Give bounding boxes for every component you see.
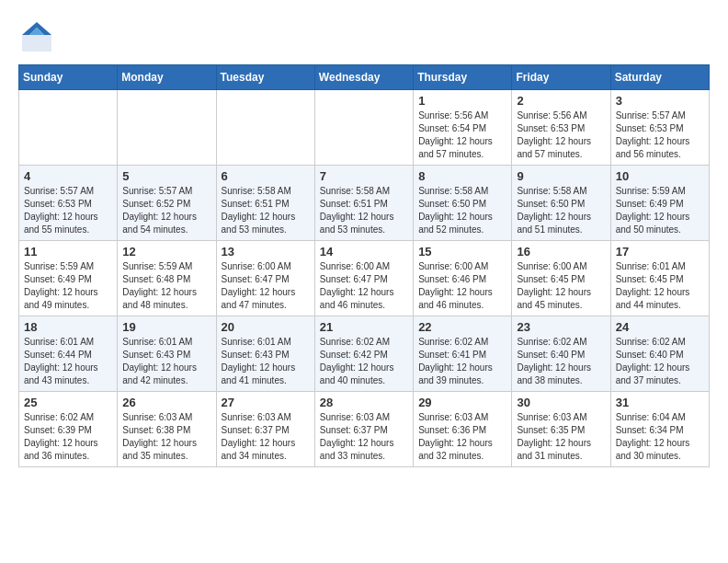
calendar-cell: 19Sunrise: 6:01 AM Sunset: 6:43 PM Dayli… [118, 316, 216, 392]
day-info: Sunrise: 6:03 AM Sunset: 6:37 PM Dayligh… [222, 411, 310, 463]
day-info: Sunrise: 5:59 AM Sunset: 6:49 PM Dayligh… [616, 185, 704, 236]
logo [18, 18, 61, 55]
calendar-cell: 25Sunrise: 6:02 AM Sunset: 6:39 PM Dayli… [19, 392, 118, 467]
calendar-cell: 5Sunrise: 5:57 AM Sunset: 6:52 PM Daylig… [118, 166, 216, 241]
day-number: 9 [517, 169, 605, 183]
calendar-header-friday: Friday [512, 65, 610, 90]
calendar-cell: 8Sunrise: 5:58 AM Sunset: 6:50 PM Daylig… [414, 166, 512, 241]
day-number: 28 [320, 396, 408, 409]
day-info: Sunrise: 5:58 AM Sunset: 6:51 PM Dayligh… [222, 185, 310, 236]
calendar-cell [118, 90, 216, 166]
page-header [18, 18, 710, 55]
day-number: 12 [122, 245, 210, 259]
day-info: Sunrise: 6:03 AM Sunset: 6:35 PM Dayligh… [517, 411, 605, 463]
calendar-cell: 26Sunrise: 6:03 AM Sunset: 6:38 PM Dayli… [118, 392, 216, 467]
day-number: 22 [418, 320, 506, 334]
calendar-cell: 12Sunrise: 5:59 AM Sunset: 6:48 PM Dayli… [118, 241, 216, 316]
day-info: Sunrise: 6:02 AM Sunset: 6:41 PM Dayligh… [418, 336, 506, 387]
day-number: 19 [122, 320, 210, 334]
day-info: Sunrise: 6:02 AM Sunset: 6:42 PM Dayligh… [320, 336, 408, 387]
day-info: Sunrise: 5:58 AM Sunset: 6:50 PM Dayligh… [418, 185, 506, 236]
day-number: 26 [122, 396, 210, 409]
day-info: Sunrise: 5:58 AM Sunset: 6:50 PM Dayligh… [517, 185, 605, 236]
calendar-cell: 17Sunrise: 6:01 AM Sunset: 6:45 PM Dayli… [610, 241, 709, 316]
day-info: Sunrise: 6:02 AM Sunset: 6:39 PM Dayligh… [24, 411, 112, 463]
day-number: 14 [320, 245, 408, 259]
calendar-cell [314, 90, 413, 166]
calendar-cell: 7Sunrise: 5:58 AM Sunset: 6:51 PM Daylig… [314, 166, 413, 241]
day-info: Sunrise: 5:56 AM Sunset: 6:54 PM Dayligh… [418, 109, 506, 161]
calendar-week-row: 1Sunrise: 5:56 AM Sunset: 6:54 PM Daylig… [19, 90, 710, 166]
day-info: Sunrise: 6:03 AM Sunset: 6:38 PM Dayligh… [122, 411, 210, 463]
day-info: Sunrise: 6:00 AM Sunset: 6:47 PM Dayligh… [222, 260, 310, 312]
day-number: 30 [517, 396, 605, 409]
calendar-week-row: 4Sunrise: 5:57 AM Sunset: 6:53 PM Daylig… [19, 166, 710, 241]
day-info: Sunrise: 5:57 AM Sunset: 6:53 PM Dayligh… [616, 109, 704, 161]
day-number: 31 [616, 396, 704, 409]
calendar-cell: 24Sunrise: 6:02 AM Sunset: 6:40 PM Dayli… [610, 316, 709, 392]
calendar-cell: 15Sunrise: 6:00 AM Sunset: 6:46 PM Dayli… [414, 241, 512, 316]
day-number: 5 [122, 169, 210, 183]
calendar-cell: 30Sunrise: 6:03 AM Sunset: 6:35 PM Dayli… [512, 392, 610, 467]
calendar-cell: 22Sunrise: 6:02 AM Sunset: 6:41 PM Dayli… [414, 316, 512, 392]
day-number: 8 [418, 169, 506, 183]
day-number: 17 [616, 245, 704, 259]
calendar-cell: 29Sunrise: 6:03 AM Sunset: 6:36 PM Dayli… [414, 392, 512, 467]
calendar-cell: 6Sunrise: 5:58 AM Sunset: 6:51 PM Daylig… [216, 166, 314, 241]
day-number: 21 [320, 320, 408, 334]
calendar-week-row: 25Sunrise: 6:02 AM Sunset: 6:39 PM Dayli… [19, 392, 710, 467]
day-number: 6 [222, 169, 310, 183]
calendar-cell: 27Sunrise: 6:03 AM Sunset: 6:37 PM Dayli… [216, 392, 314, 467]
calendar-header-tuesday: Tuesday [216, 65, 314, 90]
day-info: Sunrise: 6:02 AM Sunset: 6:40 PM Dayligh… [517, 336, 605, 387]
day-number: 23 [517, 320, 605, 334]
day-info: Sunrise: 5:59 AM Sunset: 6:48 PM Dayligh… [122, 260, 210, 312]
day-info: Sunrise: 5:57 AM Sunset: 6:52 PM Dayligh… [122, 185, 210, 236]
day-number: 2 [517, 94, 605, 108]
calendar-week-row: 18Sunrise: 6:01 AM Sunset: 6:44 PM Dayli… [19, 316, 710, 392]
day-info: Sunrise: 6:01 AM Sunset: 6:45 PM Dayligh… [616, 260, 704, 312]
day-number: 10 [616, 169, 704, 183]
day-info: Sunrise: 6:01 AM Sunset: 6:43 PM Dayligh… [122, 336, 210, 387]
calendar-cell [19, 90, 118, 166]
day-info: Sunrise: 6:00 AM Sunset: 6:47 PM Dayligh… [320, 260, 408, 312]
calendar-week-row: 11Sunrise: 5:59 AM Sunset: 6:49 PM Dayli… [19, 241, 710, 316]
day-number: 11 [24, 245, 112, 259]
calendar-table: SundayMondayTuesdayWednesdayThursdayFrid… [18, 64, 710, 467]
day-number: 13 [222, 245, 310, 259]
calendar-cell: 2Sunrise: 5:56 AM Sunset: 6:53 PM Daylig… [512, 90, 610, 166]
day-number: 25 [24, 396, 112, 409]
logo-icon [18, 18, 55, 55]
day-info: Sunrise: 5:59 AM Sunset: 6:49 PM Dayligh… [24, 260, 112, 312]
day-info: Sunrise: 5:57 AM Sunset: 6:53 PM Dayligh… [24, 185, 112, 236]
day-info: Sunrise: 6:03 AM Sunset: 6:36 PM Dayligh… [418, 411, 506, 463]
day-info: Sunrise: 6:03 AM Sunset: 6:37 PM Dayligh… [320, 411, 408, 463]
day-info: Sunrise: 6:04 AM Sunset: 6:34 PM Dayligh… [616, 411, 704, 463]
calendar-header-wednesday: Wednesday [314, 65, 413, 90]
calendar-cell: 23Sunrise: 6:02 AM Sunset: 6:40 PM Dayli… [512, 316, 610, 392]
calendar-cell: 1Sunrise: 5:56 AM Sunset: 6:54 PM Daylig… [414, 90, 512, 166]
calendar-header-thursday: Thursday [414, 65, 512, 90]
day-number: 7 [320, 169, 408, 183]
calendar-cell: 28Sunrise: 6:03 AM Sunset: 6:37 PM Dayli… [314, 392, 413, 467]
calendar-cell: 31Sunrise: 6:04 AM Sunset: 6:34 PM Dayli… [610, 392, 709, 467]
calendar-cell: 20Sunrise: 6:01 AM Sunset: 6:43 PM Dayli… [216, 316, 314, 392]
calendar-header-saturday: Saturday [610, 65, 709, 90]
day-number: 3 [616, 94, 704, 108]
calendar-cell: 18Sunrise: 6:01 AM Sunset: 6:44 PM Dayli… [19, 316, 118, 392]
day-number: 15 [418, 245, 506, 259]
calendar-cell [216, 90, 314, 166]
day-info: Sunrise: 6:00 AM Sunset: 6:45 PM Dayligh… [517, 260, 605, 312]
calendar-cell: 16Sunrise: 6:00 AM Sunset: 6:45 PM Dayli… [512, 241, 610, 316]
day-info: Sunrise: 6:02 AM Sunset: 6:40 PM Dayligh… [616, 336, 704, 387]
day-number: 16 [517, 245, 605, 259]
day-number: 4 [24, 169, 112, 183]
day-number: 29 [418, 396, 506, 409]
day-number: 20 [222, 320, 310, 334]
calendar-cell: 14Sunrise: 6:00 AM Sunset: 6:47 PM Dayli… [314, 241, 413, 316]
calendar-cell: 11Sunrise: 5:59 AM Sunset: 6:49 PM Dayli… [19, 241, 118, 316]
day-number: 1 [418, 94, 506, 108]
day-info: Sunrise: 6:01 AM Sunset: 6:43 PM Dayligh… [222, 336, 310, 387]
calendar-header-row: SundayMondayTuesdayWednesdayThursdayFrid… [19, 65, 710, 90]
day-info: Sunrise: 6:01 AM Sunset: 6:44 PM Dayligh… [24, 336, 112, 387]
